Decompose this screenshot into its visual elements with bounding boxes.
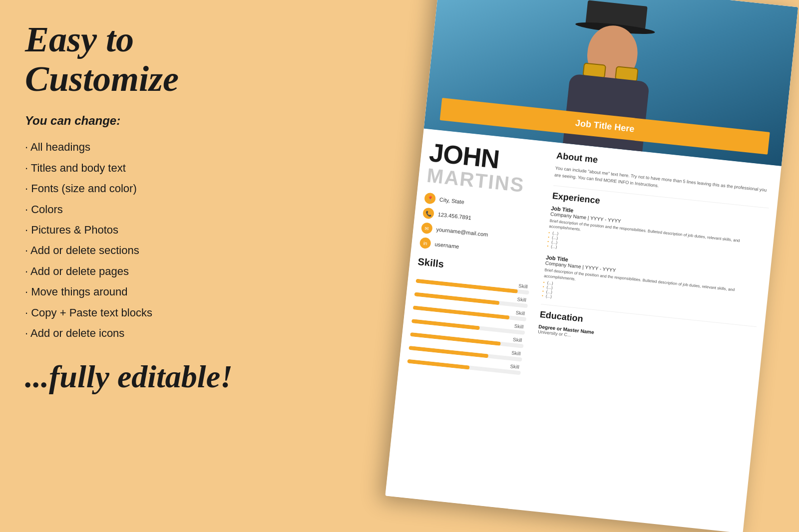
feature-item: Add or delete pages [25,261,285,281]
feature-item: Move things around [25,281,285,302]
linkedin-text: username [434,241,459,250]
feature-item: Add or delete sections [25,240,285,261]
feature-item: Colors [25,199,285,220]
left-panel: Easy to Customize You can change: All he… [25,20,285,395]
email-text: yourname@mail.com [436,226,488,238]
phone-icon: 📞 [422,207,434,219]
resume-body: JOHN MARTINS 📍 City, State 📞 123.456.789… [385,128,781,532]
feature-item: Add or delete icons [25,323,285,343]
subtitle: You can change: [25,114,285,128]
resume-card: Job Title Here JOHN MARTINS 📍 City, Stat… [385,0,798,532]
feature-item: All headings [25,137,285,157]
tagline: ...fully editable! [25,358,285,395]
feature-item: Fonts (size and color) [25,178,285,199]
location-icon: 📍 [424,192,436,204]
email-icon: ✉ [421,222,433,234]
feature-item: Copy + Paste text blocks [25,302,285,323]
resume-wrapper: Job Title Here JOHN MARTINS 📍 City, Stat… [383,0,799,532]
feature-list: All headings Titles and body text Fonts … [25,137,285,343]
location-text: City, State [439,197,464,205]
skills-section: Skills Skill Skill Skill Skill [407,256,531,375]
linkedin-icon: in [419,237,431,249]
main-title: Easy to Customize [25,20,285,99]
feature-item: Titles and body text [25,158,285,178]
feature-item: Pictures & Photos [25,220,285,240]
resume-right-col: About me You can include "about me" text… [514,142,782,532]
phone-text: 123.456.7891 [437,211,471,221]
